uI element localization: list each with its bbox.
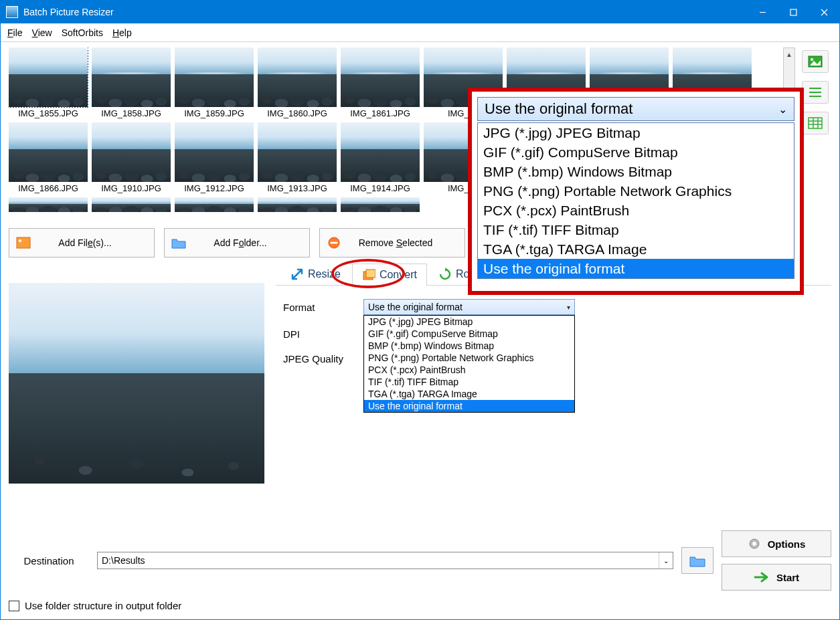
thumbnail-caption: IMG_1866.JPG [9, 183, 88, 193]
thumbnail-item[interactable] [258, 197, 337, 212]
thumbnail-caption: IMG_1859.JPG [175, 108, 254, 118]
mid-row: Resize Convert Rotate Format [9, 263, 831, 521]
thumbnail-item[interactable]: IMG_1859.JPG [175, 47, 254, 118]
chevron-down-icon: ▾ [567, 304, 570, 311]
thumbnail-item[interactable]: IMG_1910.JPG [92, 122, 171, 193]
browse-folder-button[interactable] [681, 547, 713, 574]
thumbnail-caption: IMG_1914.JPG [341, 183, 420, 193]
remove-selected-button[interactable]: Remove Selected [319, 228, 465, 257]
menu-bar: File View SoftOrbits Help [1, 23, 839, 42]
callout-format-option[interactable]: JPG (*.jpg) JPEG Bitmap [478, 123, 794, 142]
thumbnail-item[interactable]: IMG_1866.JPG [9, 122, 88, 193]
chevron-down-icon: ⌄ [778, 103, 787, 116]
svg-rect-9 [809, 118, 822, 128]
resize-icon [290, 268, 304, 281]
add-folder-label: Add Folder... [178, 237, 303, 248]
callout-format-option[interactable]: BMP (*.bmp) Windows Bitmap [478, 162, 794, 181]
menu-view[interactable]: View [32, 27, 52, 38]
svg-point-5 [811, 58, 813, 61]
destination-input[interactable]: D:\Results ⌄ [97, 552, 673, 569]
callout-format-option[interactable]: TIF (*.tif) TIFF Bitmap [478, 220, 794, 239]
convert-icon [362, 268, 375, 282]
format-option[interactable]: TIF (*.tif) TIFF Bitmap [364, 376, 574, 388]
callout-format-option[interactable]: PCX (*.pcx) PaintBrush [478, 201, 794, 220]
tab-convert[interactable]: Convert [352, 264, 427, 286]
folder-open-icon [689, 554, 706, 567]
format-label: Format [283, 302, 363, 313]
options-label: Options [768, 538, 806, 550]
callout-format-option[interactable]: TGA (*.tga) TARGA Image [478, 239, 794, 259]
thumbnail-item[interactable] [92, 197, 171, 212]
scroll-up-icon[interactable]: ▲ [784, 48, 794, 60]
thumbnail-item[interactable]: IMG_1860.JPG [258, 47, 337, 118]
thumbnail-item[interactable]: IMG_1912.JPG [175, 122, 254, 193]
settings-pane: Resize Convert Rotate Format [276, 263, 831, 521]
start-label: Start [776, 572, 799, 583]
destination-label: Destination [9, 555, 89, 566]
menu-softorbits[interactable]: SoftOrbits [62, 27, 103, 38]
app-title: Batch Picture Resizer [23, 7, 114, 17]
add-files-button[interactable]: Add File(s)... [9, 228, 155, 257]
callout-format-list[interactable]: JPG (*.jpg) JPEG Bitmap GIF (*.gif) Comp… [477, 122, 794, 279]
thumbnail-item[interactable]: IMG_1858.JPG [92, 47, 171, 118]
dpi-label: DPI [283, 328, 363, 340]
thumbnail-item[interactable] [341, 197, 420, 212]
minimize-button[interactable] [747, 1, 778, 23]
thumbnail-caption: IMG_1910.JPG [92, 183, 171, 193]
view-list-button[interactable] [802, 81, 829, 104]
callout-format-option[interactable]: GIF (*.gif) CompuServe Bitmap [478, 142, 794, 162]
format-option[interactable]: Use the original format [364, 400, 574, 412]
thumbnail-item[interactable]: IMG_1861.JPG [341, 47, 420, 118]
format-option[interactable]: GIF (*.gif) CompuServe Bitmap [364, 328, 574, 340]
app-window: Batch Picture Resizer File View SoftOrbi… [0, 0, 840, 620]
options-button[interactable]: Options [722, 530, 831, 557]
thumbnail-caption: IMG_1861.JPG [341, 108, 420, 118]
format-combo[interactable]: Use the original format ▾ [363, 299, 575, 315]
tab-resize-label: Resize [308, 268, 341, 280]
tab-convert-label: Convert [380, 269, 417, 281]
format-combo-value: Use the original format [368, 302, 463, 312]
menu-file[interactable]: File [7, 27, 23, 38]
svg-point-15 [19, 239, 21, 242]
add-folder-button[interactable]: Add Folder... [164, 228, 310, 257]
format-option[interactable]: PNG (*.png) Portable Network Graphics [364, 352, 574, 364]
chevron-down-icon[interactable]: ⌄ [659, 552, 669, 569]
format-option[interactable]: PCX (*.pcx) PaintBrush [364, 364, 574, 376]
title-bar: Batch Picture Resizer [1, 1, 839, 23]
thumbnail-item[interactable] [175, 197, 254, 212]
start-button[interactable]: Start [722, 564, 831, 591]
callout-format-option[interactable]: PNG (*.png) Portable Network Graphics [478, 181, 794, 201]
view-table-button[interactable] [802, 112, 829, 134]
thumbnail-item[interactable] [9, 197, 88, 212]
thumbnail-caption: IMG_1855.JPG [9, 108, 88, 118]
view-mode-icons [799, 47, 831, 221]
svg-rect-19 [366, 270, 375, 278]
thumbnail-item[interactable]: IMG_1855.JPG [9, 47, 88, 118]
svg-point-22 [752, 542, 756, 546]
callout-format-combo[interactable]: Use the original format ⌄ [477, 97, 794, 121]
callout-format-option[interactable]: Use the original format [478, 259, 794, 278]
close-button[interactable] [809, 1, 839, 23]
destination-value: D:\Results [102, 555, 145, 566]
maximize-button[interactable] [778, 1, 809, 23]
view-thumbnails-button[interactable] [802, 50, 829, 73]
format-callout: Use the original format ⌄ JPG (*.jpg) JP… [468, 88, 804, 295]
format-option[interactable]: BMP (*.bmp) Windows Bitmap [364, 340, 574, 352]
thumbnail-item[interactable]: IMG_1914.JPG [341, 122, 420, 193]
thumbnail-item[interactable]: IMG_1913.JPG [258, 122, 337, 193]
tab-resize[interactable]: Resize [280, 263, 351, 285]
format-option[interactable]: TGA (*.tga) TARGA Image [364, 388, 574, 400]
use-folder-structure-label: Use folder structure in output folder [25, 600, 181, 611]
thumbnail-caption: IMG_1858.JPG [92, 108, 171, 118]
rotate-icon [438, 268, 452, 281]
use-folder-structure-row[interactable]: Use folder structure in output folder [9, 600, 831, 611]
add-files-label: Add File(s)... [23, 237, 147, 248]
svg-rect-1 [790, 9, 796, 15]
use-folder-structure-checkbox[interactable] [9, 601, 19, 611]
format-option[interactable]: JPG (*.jpg) JPEG Bitmap [364, 316, 574, 328]
app-icon [6, 6, 18, 18]
format-dropdown[interactable]: JPG (*.jpg) JPEG Bitmap GIF (*.gif) Comp… [363, 315, 575, 413]
arrow-right-icon [754, 571, 770, 583]
menu-help[interactable]: Help [112, 27, 132, 38]
preview-image [9, 283, 264, 484]
